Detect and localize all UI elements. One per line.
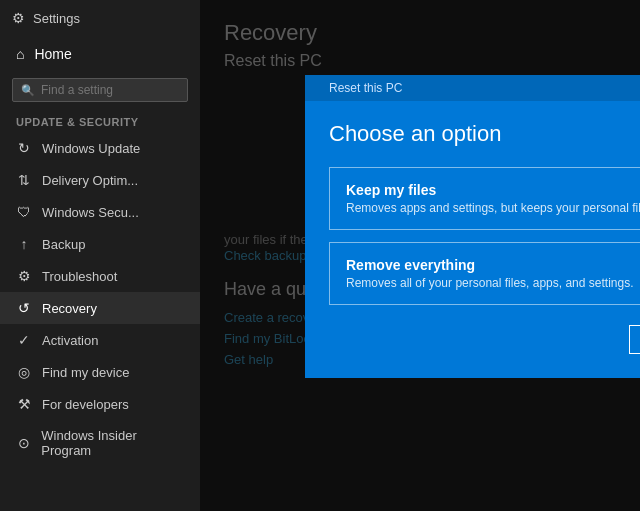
modal-heading: Choose an option xyxy=(329,121,640,147)
developer-icon: ⚒ xyxy=(16,396,32,412)
troubleshoot-icon: ⚙ xyxy=(16,268,32,284)
sidebar-item-recovery[interactable]: ↺ Recovery xyxy=(0,292,200,324)
choose-option-modal: Reset this PC Choose an option Keep my f… xyxy=(305,75,640,378)
keep-my-files-button[interactable]: Keep my files Removes apps and settings,… xyxy=(329,167,640,230)
remove-everything-title: Remove everything xyxy=(346,257,640,273)
keep-files-desc: Removes apps and settings, but keeps you… xyxy=(346,201,640,215)
backup-icon: ↑ xyxy=(16,236,32,252)
sidebar-item-windows-security[interactable]: 🛡 Windows Secu... xyxy=(0,196,200,228)
main-content: Recovery Reset this PC your files if the… xyxy=(200,0,640,511)
sidebar-item-find-my-device[interactable]: ◎ Find my device xyxy=(0,356,200,388)
sidebar-item-backup[interactable]: ↑ Backup xyxy=(0,228,200,260)
home-icon: ⌂ xyxy=(16,46,24,62)
insider-icon: ⊙ xyxy=(16,435,31,451)
keep-files-title: Keep my files xyxy=(346,182,640,198)
modal-footer: Cancel xyxy=(329,325,640,354)
modal-overlay: Reset this PC Choose an option Keep my f… xyxy=(200,0,640,511)
remove-everything-desc: Removes all of your personal files, apps… xyxy=(346,276,640,290)
update-icon: ↻ xyxy=(16,140,32,156)
sidebar-item-home[interactable]: ⌂ Home xyxy=(0,36,200,72)
sidebar: ⚙ Settings ⌂ Home 🔍 Update & Security ↻ … xyxy=(0,0,200,511)
section-label: Update & Security xyxy=(0,108,200,132)
sidebar-item-windows-update[interactable]: ↻ Windows Update xyxy=(0,132,200,164)
sidebar-item-delivery-optimization[interactable]: ⇅ Delivery Optim... xyxy=(0,164,200,196)
app-title: ⚙ Settings xyxy=(0,0,200,36)
shield-icon: 🛡 xyxy=(16,204,32,220)
cancel-button[interactable]: Cancel xyxy=(629,325,640,354)
search-icon: 🔍 xyxy=(21,84,35,97)
sidebar-item-for-developers[interactable]: ⚒ For developers xyxy=(0,388,200,420)
activation-icon: ✓ xyxy=(16,332,32,348)
recovery-icon: ↺ xyxy=(16,300,32,316)
find-device-icon: ◎ xyxy=(16,364,32,380)
remove-everything-button[interactable]: Remove everything Removes all of your pe… xyxy=(329,242,640,305)
sidebar-item-activation[interactable]: ✓ Activation xyxy=(0,324,200,356)
search-box[interactable]: 🔍 xyxy=(12,78,188,102)
settings-icon: ⚙ xyxy=(12,10,25,26)
sidebar-item-windows-insider[interactable]: ⊙ Windows Insider Program xyxy=(0,420,200,466)
search-input[interactable] xyxy=(41,83,179,97)
breadcrumb: Reset this PC xyxy=(305,75,640,101)
delivery-icon: ⇅ xyxy=(16,172,32,188)
sidebar-item-troubleshoot[interactable]: ⚙ Troubleshoot xyxy=(0,260,200,292)
